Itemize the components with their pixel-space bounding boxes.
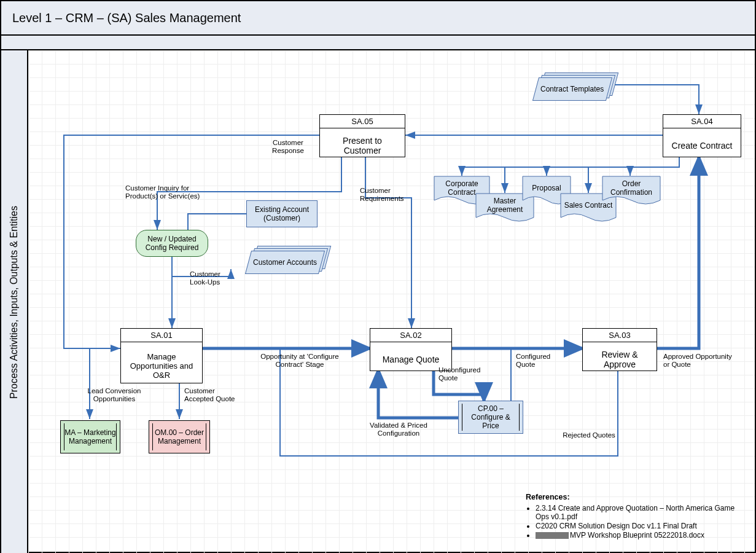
process-name: Create Contract — [663, 128, 741, 163]
label-opportunity-stage: Opportunity at 'Configure Contract' Stag… — [257, 353, 343, 369]
datastore-label: Existing Account (Customer) — [247, 205, 317, 222]
process-sa04: SA.04 Create Contract — [663, 114, 741, 157]
datastore-label: Contract Templates — [538, 85, 606, 93]
process-code: SA.05 — [320, 115, 405, 128]
redacted-block — [536, 532, 569, 539]
references-block: References: 2.3.14 Create and Approve Qu… — [526, 493, 747, 540]
reference-item: 2.3.14 Create and Approve Quotation – No… — [536, 504, 747, 521]
process-sa05: SA.05 Present to Customer — [319, 114, 405, 157]
label-approved-opp: Approved Opportunity or Quote — [663, 353, 737, 369]
doc-label: Order Confirmation — [602, 176, 661, 200]
process-code: SA.03 — [583, 329, 657, 342]
subprocess-cp00: CP.00 – Configure & Price — [458, 401, 523, 434]
datastore-contract-templates: Contract Templates — [532, 77, 612, 101]
label-configured-quote: Configured Quote — [516, 353, 571, 369]
diagram-frame: Level 1 – CRM – (SA) Sales Management Pr… — [0, 0, 756, 553]
subprocess-label: MA – Marketing Management — [64, 428, 116, 445]
header-spacer — [1, 36, 755, 50]
reference-item: C2020 CRM Solution Design Doc v1.1 Final… — [536, 522, 747, 530]
process-code: SA.01 — [121, 329, 202, 342]
swimlane-row: Process Activities, Inputs, Outputs & En… — [1, 50, 755, 553]
datastore-existing-account: Existing Account (Customer) — [246, 200, 318, 227]
datastore-customer-accounts: Customer Accounts — [245, 251, 325, 274]
label-validated-priced: Validated & Priced Configuration — [365, 422, 432, 437]
reference-item-text: MVP Workshop Blueprint 05222018.docx — [570, 531, 704, 539]
subprocess-ma: MA – Marketing Management — [60, 420, 120, 453]
label-customer-requirements: Customer Requirements — [360, 187, 427, 203]
subprocess-om: OM.00 – Order Management — [149, 420, 210, 453]
datastore-label: Customer Accounts — [251, 258, 319, 267]
label-customer-inquiry: Customer Inquiry for Product(s) or Servi… — [125, 184, 224, 200]
page-title: Level 1 – CRM – (SA) Sales Management — [12, 11, 241, 25]
label-lead-conv: Lead Conversion Opportunities — [84, 387, 145, 403]
label-unconfigured-quote: Unconfigured Quote — [438, 366, 500, 382]
references-heading: References: — [526, 493, 570, 501]
subprocess-label: CP.00 – Configure & Price — [462, 404, 519, 430]
process-name: Present to Customer — [320, 128, 405, 163]
process-name: Review & Approve — [583, 342, 657, 377]
label-cust-accepted-quote: Customer Accepted Quote — [184, 387, 240, 403]
event-new-updated-config: New / Updated Config Required — [136, 230, 208, 257]
swimlane-label: Process Activities, Inputs, Outputs & En… — [9, 206, 20, 399]
label-customer-response: Customer Response — [262, 139, 314, 155]
label-customer-lookups: Customer Look-Ups — [190, 270, 239, 286]
process-sa01: SA.01 Manage Opportunities and O&R — [120, 328, 203, 383]
process-code: SA.02 — [370, 329, 451, 342]
reference-item: MVP Workshop Blueprint 05222018.docx — [536, 531, 747, 539]
process-code: SA.04 — [663, 115, 741, 128]
event-label: New / Updated Config Required — [141, 235, 203, 252]
swimlane-label-strip: Process Activities, Inputs, Outputs & En… — [1, 50, 28, 553]
doc-order-confirmation: Order Confirmation — [602, 176, 661, 206]
process-sa03: SA.03 Review & Approve — [582, 328, 657, 371]
process-name: Manage Opportunities and O&R — [121, 342, 202, 389]
label-rejected-quotes: Rejected Quotes — [561, 431, 617, 439]
subprocess-label: OM.00 – Order Management — [153, 428, 206, 445]
title-bar: Level 1 – CRM – (SA) Sales Management — [1, 1, 755, 36]
diagram-canvas: SA.05 Present to Customer SA.04 Create C… — [28, 50, 755, 553]
process-sa02: SA.02 Manage Quote — [370, 328, 452, 371]
